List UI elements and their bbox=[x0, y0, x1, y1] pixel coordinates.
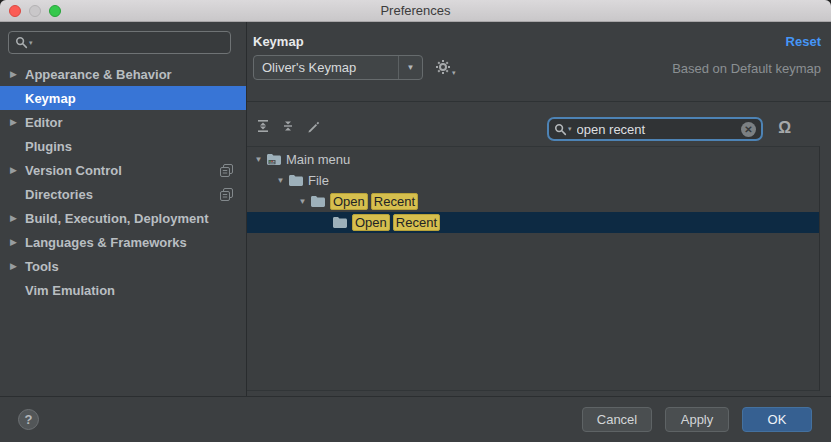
sidebar-item-vim-emulation[interactable]: Vim Emulation bbox=[0, 278, 246, 302]
search-options-arrow-icon: ▾ bbox=[29, 39, 33, 47]
titlebar: Preferences bbox=[0, 0, 831, 22]
folder-icon bbox=[288, 174, 306, 187]
sidebar-item-label: Appearance & Behavior bbox=[19, 67, 172, 82]
ok-button[interactable]: OK bbox=[742, 407, 812, 432]
close-window-button[interactable] bbox=[9, 5, 21, 17]
chevron-right-icon[interactable]: ▶ bbox=[0, 69, 19, 79]
sidebar-item-editor[interactable]: ▶Editor bbox=[0, 110, 246, 134]
keymap-tree: ▼Main menu▼File▼OpenRecentOpenRecent bbox=[247, 146, 820, 391]
sidebar-item-label: Version Control bbox=[19, 163, 122, 178]
tree-row[interactable]: ▼File bbox=[247, 170, 819, 191]
preferences-window: Preferences ▾ ▶Appearance & BehaviorKeym… bbox=[0, 0, 831, 442]
sidebar-item-label: Directories bbox=[19, 187, 93, 202]
based-on-label: Based on Default keymap bbox=[672, 61, 821, 76]
reset-link[interactable]: Reset bbox=[786, 34, 821, 49]
search-icon: ▾ bbox=[554, 123, 572, 136]
chevron-right-icon[interactable]: ▶ bbox=[0, 237, 19, 247]
main-menu-folder-icon bbox=[266, 153, 284, 166]
tree-expanded-arrow-icon[interactable]: ▼ bbox=[251, 155, 266, 164]
cancel-button[interactable]: Cancel bbox=[582, 407, 652, 432]
sidebar-item-tools[interactable]: ▶Tools bbox=[0, 254, 246, 278]
tree-node-label: OpenRecent bbox=[328, 193, 418, 210]
keymap-select-value: Oliver's Keymap bbox=[254, 60, 398, 75]
search-match-highlight: Recent bbox=[393, 214, 440, 231]
tree-row[interactable]: ▼Main menu bbox=[247, 149, 819, 170]
sidebar-item-label: Tools bbox=[19, 259, 59, 274]
tree-row[interactable]: ▼OpenRecent bbox=[247, 191, 819, 212]
dialog-buttons: Cancel Apply OK bbox=[582, 407, 812, 432]
sidebar-item-label: Vim Emulation bbox=[19, 283, 115, 298]
window-title: Preferences bbox=[380, 3, 450, 18]
minimize-window-button[interactable] bbox=[29, 5, 41, 17]
tree-row[interactable]: OpenRecent bbox=[247, 212, 819, 233]
tree-node-label: Main menu bbox=[284, 152, 350, 167]
tree-expanded-arrow-icon[interactable]: ▼ bbox=[273, 176, 288, 185]
header-separator bbox=[247, 101, 831, 102]
dialog-footer: ? Cancel Apply OK bbox=[0, 396, 831, 442]
action-search-field[interactable]: ▾ ✕ bbox=[547, 117, 763, 141]
chevron-down-icon: ▼ bbox=[398, 56, 422, 79]
traffic-lights bbox=[9, 0, 61, 22]
settings-search-field[interactable]: ▾ bbox=[8, 31, 231, 54]
settings-categories-list: ▶Appearance & BehaviorKeymap▶EditorPlugi… bbox=[0, 62, 246, 302]
keymap-select[interactable]: Oliver's Keymap ▼ bbox=[253, 55, 423, 80]
find-actions-by-shortcut-button[interactable]: Ω bbox=[778, 119, 791, 137]
tree-expanded-arrow-icon[interactable]: ▼ bbox=[295, 197, 310, 206]
folder-icon bbox=[332, 216, 350, 229]
apply-button[interactable]: Apply bbox=[665, 407, 729, 432]
sidebar-item-build-execution-deployment[interactable]: ▶Build, Execution, Deployment bbox=[0, 206, 246, 230]
tree-node-label: File bbox=[306, 173, 329, 188]
tree-node-label: OpenRecent bbox=[350, 214, 440, 231]
expand-all-button[interactable] bbox=[255, 118, 271, 134]
sidebar-item-plugins[interactable]: Plugins bbox=[0, 134, 246, 158]
settings-sidebar: ▾ ▶Appearance & BehaviorKeymap▶EditorPlu… bbox=[0, 22, 247, 396]
tree-toolbar bbox=[255, 118, 321, 134]
sidebar-item-label: Languages & Frameworks bbox=[19, 235, 187, 250]
clear-search-icon[interactable]: ✕ bbox=[741, 122, 756, 137]
settings-search-input[interactable] bbox=[36, 35, 224, 50]
keymap-panel: Keymap Reset Oliver's Keymap ▼ ▾ Based o… bbox=[247, 22, 831, 396]
chevron-right-icon[interactable]: ▶ bbox=[0, 117, 19, 127]
sidebar-item-label: Keymap bbox=[19, 91, 76, 106]
collapse-all-button[interactable] bbox=[280, 118, 296, 134]
sidebar-item-languages-frameworks[interactable]: ▶Languages & Frameworks bbox=[0, 230, 246, 254]
chevron-right-icon[interactable]: ▶ bbox=[0, 261, 19, 271]
chevron-right-icon[interactable]: ▶ bbox=[0, 165, 19, 175]
sidebar-item-keymap[interactable]: Keymap bbox=[0, 86, 246, 110]
search-options-arrow-icon: ▾ bbox=[568, 125, 572, 133]
chevron-right-icon[interactable]: ▶ bbox=[0, 213, 19, 223]
sidebar-item-appearance-behavior[interactable]: ▶Appearance & Behavior bbox=[0, 62, 246, 86]
sidebar-item-version-control[interactable]: ▶Version Control bbox=[0, 158, 246, 182]
sidebar-item-directories[interactable]: Directories bbox=[0, 182, 246, 206]
sidebar-item-label: Build, Execution, Deployment bbox=[19, 211, 208, 226]
search-match-highlight: Open bbox=[330, 193, 368, 210]
page-title: Keymap bbox=[253, 34, 304, 49]
search-match-highlight: Open bbox=[352, 214, 390, 231]
edit-shortcut-pencil-icon[interactable] bbox=[305, 118, 321, 134]
zoom-window-button[interactable] bbox=[49, 5, 61, 17]
main-area: ▾ ▶Appearance & BehaviorKeymap▶EditorPlu… bbox=[0, 22, 831, 396]
sidebar-item-label: Editor bbox=[19, 115, 63, 130]
project-settings-icon bbox=[220, 163, 233, 181]
help-button[interactable]: ? bbox=[18, 409, 39, 430]
search-match-highlight: Recent bbox=[371, 193, 418, 210]
gear-icon[interactable]: ▾ bbox=[435, 59, 456, 77]
sidebar-item-label: Plugins bbox=[19, 139, 72, 154]
action-search-input[interactable] bbox=[575, 122, 741, 137]
folder-icon bbox=[310, 195, 328, 208]
gear-dropdown-arrow-icon: ▾ bbox=[452, 69, 456, 77]
project-settings-icon bbox=[220, 187, 233, 205]
search-icon: ▾ bbox=[15, 36, 33, 49]
